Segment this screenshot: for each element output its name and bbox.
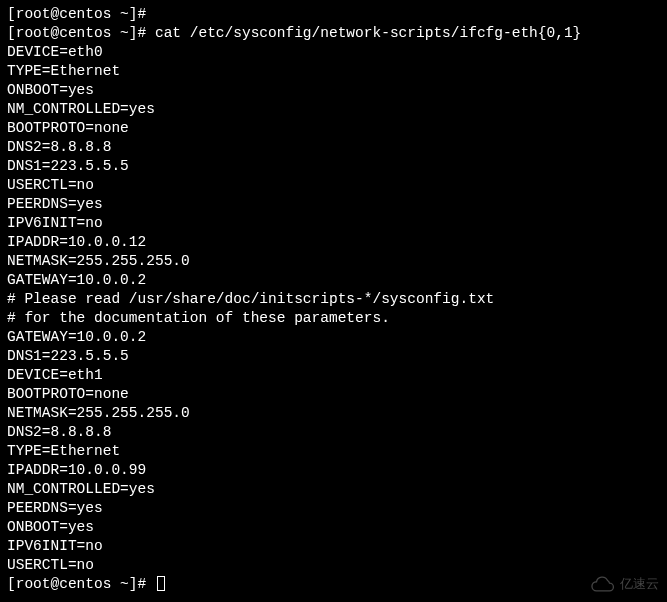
watermark-brand: 亿速云 bbox=[590, 575, 659, 594]
terminal-line: GATEWAY=10.0.0.2 bbox=[7, 271, 660, 290]
terminal-line: PEERDNS=yes bbox=[7, 499, 660, 518]
output-text: TYPE=Ethernet bbox=[7, 63, 120, 79]
terminal-line: USERCTL=no bbox=[7, 176, 660, 195]
output-text: TYPE=Ethernet bbox=[7, 443, 120, 459]
watermark-label: 亿速云 bbox=[620, 575, 659, 594]
terminal-line: DEVICE=eth1 bbox=[7, 366, 660, 385]
output-text: PEERDNS=yes bbox=[7, 196, 103, 212]
terminal-line: USERCTL=no bbox=[7, 556, 660, 575]
output-text: IPADDR=10.0.0.99 bbox=[7, 462, 146, 478]
terminal-line: IPV6INIT=no bbox=[7, 214, 660, 233]
terminal-line: DEVICE=eth0 bbox=[7, 43, 660, 62]
output-text: NM_CONTROLLED=yes bbox=[7, 481, 155, 497]
shell-command: cat /etc/sysconfig/network-scripts/ifcfg… bbox=[155, 25, 581, 41]
terminal-line: ONBOOT=yes bbox=[7, 518, 660, 537]
terminal-line: IPV6INIT=no bbox=[7, 537, 660, 556]
terminal-line: BOOTPROTO=none bbox=[7, 385, 660, 404]
output-text: DNS1=223.5.5.5 bbox=[7, 348, 129, 364]
output-text: # Please read /usr/share/doc/initscripts… bbox=[7, 291, 494, 307]
terminal-line: BOOTPROTO=none bbox=[7, 119, 660, 138]
terminal-output[interactable]: [root@centos ~]# [root@centos ~]# cat /e… bbox=[7, 5, 660, 594]
terminal-line: TYPE=Ethernet bbox=[7, 62, 660, 81]
terminal-line: NETMASK=255.255.255.0 bbox=[7, 252, 660, 271]
cursor[interactable] bbox=[157, 576, 165, 591]
output-text: NETMASK=255.255.255.0 bbox=[7, 405, 190, 421]
terminal-line: # Please read /usr/share/doc/initscripts… bbox=[7, 290, 660, 309]
terminal-line: DNS2=8.8.8.8 bbox=[7, 138, 660, 157]
terminal-line: DNS1=223.5.5.5 bbox=[7, 157, 660, 176]
output-text: GATEWAY=10.0.0.2 bbox=[7, 329, 146, 345]
terminal-line: DNS2=8.8.8.8 bbox=[7, 423, 660, 442]
shell-prompt: [root@centos ~]# bbox=[7, 6, 155, 22]
output-text: GATEWAY=10.0.0.2 bbox=[7, 272, 146, 288]
output-text: # for the documentation of these paramet… bbox=[7, 310, 390, 326]
terminal-line: # for the documentation of these paramet… bbox=[7, 309, 660, 328]
output-text: USERCTL=no bbox=[7, 557, 94, 573]
cloud-icon bbox=[590, 576, 616, 594]
output-text: USERCTL=no bbox=[7, 177, 94, 193]
terminal-line: IPADDR=10.0.0.99 bbox=[7, 461, 660, 480]
output-text: DNS2=8.8.8.8 bbox=[7, 424, 111, 440]
terminal-line: TYPE=Ethernet bbox=[7, 442, 660, 461]
output-text: IPV6INIT=no bbox=[7, 215, 103, 231]
terminal-line: PEERDNS=yes bbox=[7, 195, 660, 214]
output-text: ONBOOT=yes bbox=[7, 82, 94, 98]
terminal-line: ONBOOT=yes bbox=[7, 81, 660, 100]
output-text: ONBOOT=yes bbox=[7, 519, 94, 535]
shell-prompt: [root@centos ~]# bbox=[7, 25, 155, 41]
output-text: IPADDR=10.0.0.12 bbox=[7, 234, 146, 250]
output-text: DNS2=8.8.8.8 bbox=[7, 139, 111, 155]
output-text: NM_CONTROLLED=yes bbox=[7, 101, 155, 117]
output-text: DEVICE=eth0 bbox=[7, 44, 103, 60]
output-text: BOOTPROTO=none bbox=[7, 120, 129, 136]
output-text: DNS1=223.5.5.5 bbox=[7, 158, 129, 174]
terminal-line: NETMASK=255.255.255.0 bbox=[7, 404, 660, 423]
output-text: NETMASK=255.255.255.0 bbox=[7, 253, 190, 269]
output-text: PEERDNS=yes bbox=[7, 500, 103, 516]
output-text: BOOTPROTO=none bbox=[7, 386, 129, 402]
shell-prompt: [root@centos ~]# bbox=[7, 576, 155, 592]
output-text: IPV6INIT=no bbox=[7, 538, 103, 554]
terminal-line: [root@centos ~]# bbox=[7, 575, 660, 594]
output-text: DEVICE=eth1 bbox=[7, 367, 103, 383]
terminal-line: GATEWAY=10.0.0.2 bbox=[7, 328, 660, 347]
terminal-line: [root@centos ~]# bbox=[7, 5, 660, 24]
terminal-line: NM_CONTROLLED=yes bbox=[7, 480, 660, 499]
terminal-line: DNS1=223.5.5.5 bbox=[7, 347, 660, 366]
terminal-line: IPADDR=10.0.0.12 bbox=[7, 233, 660, 252]
terminal-line: NM_CONTROLLED=yes bbox=[7, 100, 660, 119]
terminal-line: [root@centos ~]# cat /etc/sysconfig/netw… bbox=[7, 24, 660, 43]
